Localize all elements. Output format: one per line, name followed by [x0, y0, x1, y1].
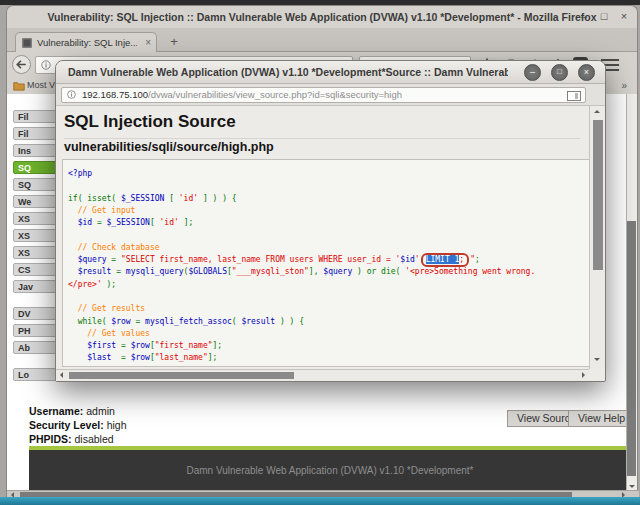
desktop-taskbar[interactable]: [0, 497, 640, 505]
code-token: $row: [131, 353, 150, 362]
screen: Vulnerability: SQL Injection :: Damn Vul…: [0, 0, 640, 505]
code-token: <?php: [68, 169, 92, 178]
popup-horizontal-scrollbar[interactable]: [56, 369, 589, 381]
sidebar-item-sq[interactable]: SQ: [13, 161, 59, 174]
scroll-right-arrow-icon[interactable]: [582, 372, 585, 378]
popup-vscroll-thumb[interactable]: [593, 120, 603, 270]
code-token: $GLOBALS: [188, 267, 227, 276]
dvwa-session-info: Username: admin Security Level: high PHP…: [29, 404, 126, 446]
dvwa-favicon-icon: [22, 38, 32, 48]
code-line: $id = $_SESSION[ 'id' ];: [68, 217, 589, 229]
tab-close-icon[interactable]: ×: [145, 33, 151, 52]
popup-close-button[interactable]: ×: [578, 64, 595, 81]
minimize-button[interactable]: –: [575, 6, 593, 28]
sidebar-item-we[interactable]: We: [13, 195, 59, 208]
code-token: [68, 267, 78, 276]
code-token: =: [111, 267, 125, 276]
info-icon[interactable]: [66, 89, 77, 100]
sidebar-item-fil[interactable]: Fil: [13, 110, 59, 123]
code-line: // Get values: [68, 328, 589, 340]
dvwa-sidebar-menu: FilFilInsSQSQWeXSXSXSCSJavDVPHAbLo: [13, 110, 60, 385]
sidebar-item-cs[interactable]: CS: [13, 263, 59, 276]
sidebar-item-dv[interactable]: DV: [13, 307, 59, 320]
tab-bar: Vulnerability: SQL Inje... × +: [7, 28, 637, 52]
close-button[interactable]: ×: [615, 6, 633, 28]
scroll-down-arrow-icon[interactable]: [594, 358, 600, 361]
code-token: "first_name": [155, 341, 213, 350]
source-code-block: <?phpif( isset( $_SESSION [ 'id' ] ) ) {…: [62, 159, 590, 367]
code-token: ],: [309, 267, 323, 276]
code-token: ] ) ) {: [198, 194, 237, 203]
code-line: $result = mysqli_query($GLOBALS["___mysq…: [68, 266, 589, 278]
tab-sql-injection[interactable]: Vulnerability: SQL Inje... ×: [15, 32, 157, 52]
scroll-up-arrow-icon[interactable]: [594, 110, 600, 113]
code-token: =: [92, 218, 106, 227]
popup-urlbar-row: 192.168.75.100/dvwa/vulnerabilities/view…: [56, 84, 605, 106]
sidebar-item-ins[interactable]: Ins: [13, 144, 59, 157]
popup-hscroll-thumb[interactable]: [69, 372, 294, 379]
code-token: [: [164, 194, 178, 203]
code-token: '<pre>Something went wrong.: [405, 267, 535, 276]
info-icon[interactable]: [40, 59, 52, 71]
popup-url-text: 192.168.75.100/dvwa/vulnerabilities/view…: [82, 88, 562, 102]
code-line: // Get results: [68, 303, 589, 315]
code-token: while(: [68, 317, 111, 326]
code-token: // Get input: [68, 206, 135, 215]
code-token: "last_name": [155, 353, 208, 362]
sidebar-item-ab[interactable]: Ab: [13, 341, 59, 354]
code-token: 'id': [160, 218, 179, 227]
scroll-down-arrow-icon[interactable]: [629, 485, 635, 488]
code-token: // Get values: [68, 329, 150, 338]
window-titlebar[interactable]: Vulnerability: SQL Injection :: Damn Vul…: [7, 6, 637, 28]
sidebar-item-fil[interactable]: Fil: [13, 127, 59, 140]
code-token: 'id': [179, 194, 198, 203]
code-token: $first: [87, 341, 116, 350]
popup-titlebar[interactable]: Damn Vulnerable Web Application (DVWA) v…: [56, 61, 605, 84]
code-line: while( $row = mysqli_fetch_assoc( $resul…: [68, 316, 589, 328]
bookmarks-overflow-chevron[interactable]: »: [621, 78, 627, 93]
sidebar-item-xs[interactable]: XS: [13, 212, 59, 225]
code-token: // Get results: [68, 304, 145, 313]
sidebar-item-ph[interactable]: PH: [13, 324, 59, 337]
code-token: $_SESSION: [121, 194, 164, 203]
code-token: ) or die(: [352, 267, 405, 276]
sidebar-item-lo[interactable]: Lo: [13, 368, 59, 381]
sidebar-item-xs[interactable]: XS: [13, 246, 59, 259]
popup-url-bar[interactable]: 192.168.75.100/dvwa/vulnerabilities/view…: [61, 87, 586, 103]
code-token: mysqli_query: [126, 267, 184, 276]
code-token: [68, 341, 87, 350]
popup-window-title: Damn Vulnerable Web Application (DVWA) v…: [68, 61, 508, 83]
window-title: Vulnerability: SQL Injection :: Damn Vul…: [47, 11, 596, 23]
sidebar-item-sq[interactable]: SQ: [13, 178, 59, 191]
annotation-red-box: LIMIT 1;: [421, 253, 470, 267]
popup-vertical-scrollbar[interactable]: [589, 106, 605, 369]
code-token: ': [415, 255, 420, 264]
code-token: $_SESSION: [107, 218, 150, 227]
code-token: $query: [78, 255, 107, 264]
sidebar-item-xs[interactable]: XS: [13, 229, 59, 242]
popup-maximize-button[interactable]: □: [551, 64, 568, 81]
code-line: // Check database: [68, 242, 589, 254]
code-token: =: [107, 255, 121, 264]
reader-mode-icon[interactable]: [567, 91, 581, 101]
back-button[interactable]: [12, 55, 31, 74]
code-line: [68, 291, 589, 303]
phpids-row: PHPIDS: disabled: [29, 432, 126, 446]
code-token: "SELECT first_name, last_name FROM users…: [121, 255, 400, 264]
main-vscroll-thumb[interactable]: [627, 221, 636, 476]
new-tab-button[interactable]: +: [165, 33, 183, 51]
back-icon: [13, 56, 30, 73]
popup-minimize-button[interactable]: –: [524, 64, 541, 81]
view-source-window: Damn Vulnerable Web Application (DVWA) v…: [55, 60, 606, 382]
selected-text: LIMIT 1: [426, 255, 460, 264]
code-line: // Get input: [68, 205, 589, 217]
sidebar-item-jav[interactable]: Jav: [13, 280, 59, 293]
maximize-button[interactable]: □: [595, 6, 613, 28]
code-line: </pre>' );: [68, 279, 589, 291]
code-token: $row: [131, 341, 150, 350]
scroll-left-arrow-icon[interactable]: [60, 372, 63, 378]
code-token: =: [111, 353, 130, 362]
tab-label: Vulnerability: SQL Inje...: [37, 33, 137, 52]
code-line: $last = $row["last_name"];: [68, 352, 589, 364]
main-vertical-scrollbar[interactable]: [626, 94, 637, 490]
